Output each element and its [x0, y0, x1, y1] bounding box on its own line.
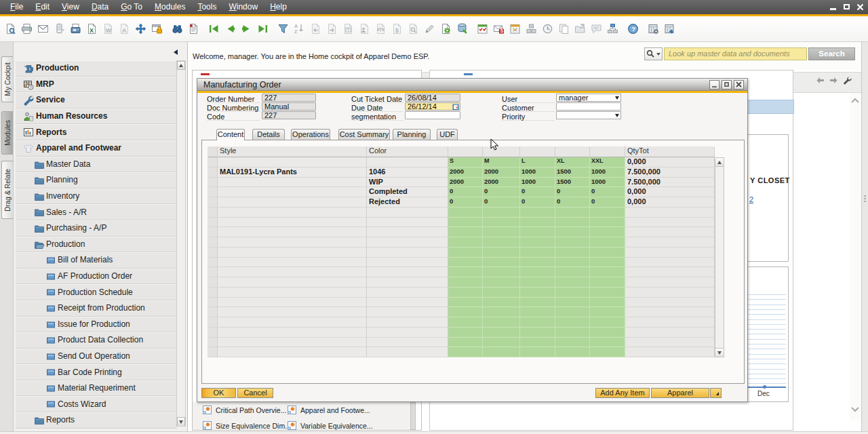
grid-cell-style[interactable] — [218, 317, 367, 328]
sidebar-item-production[interactable]: Production — [16, 237, 177, 253]
grid-cell-size[interactable]: 0 — [483, 187, 520, 197]
grid-cell-size[interactable] — [483, 218, 520, 228]
grid-cell-size[interactable] — [483, 277, 520, 288]
user-field[interactable]: manager — [556, 94, 621, 102]
grid-cell-color[interactable]: Completed — [367, 187, 448, 197]
cut-ticket-date-field[interactable]: 26/08/14 — [405, 94, 460, 102]
grid-cell-size[interactable] — [520, 288, 555, 298]
grid-cell-color[interactable] — [367, 258, 448, 268]
system-tools-icon[interactable] — [456, 23, 468, 35]
sidebar-item-bar-code-printing[interactable]: Bar Code Printing — [16, 364, 177, 380]
sidebar-item-purchasing-a-p[interactable]: Purchasing - A/P — [16, 220, 177, 237]
sidebar-item-receipt-from-production[interactable]: Receipt from Production — [16, 300, 177, 317]
grid-cell-size[interactable] — [590, 227, 625, 237]
grid-cell-style[interactable] — [218, 218, 367, 228]
grid-cell-qtytot[interactable] — [625, 248, 715, 258]
edit-icon[interactable] — [424, 23, 435, 35]
grid-cell-qtytot[interactable] — [625, 288, 715, 298]
grid-cell-size[interactable]: S — [448, 157, 483, 167]
settings-grid-icon[interactable] — [648, 23, 659, 35]
grid-cell-size[interactable]: 0 — [520, 197, 555, 208]
menu-file[interactable]: File — [4, 0, 29, 14]
business-partner-icon[interactable] — [359, 23, 370, 35]
grid-cell-size[interactable]: 0 — [448, 187, 483, 197]
export-pdf-icon[interactable]: A — [119, 23, 130, 35]
grid-row-selector[interactable] — [208, 307, 218, 317]
grid-cell-qtytot[interactable]: 0,000 — [625, 157, 715, 167]
grid-cell-size[interactable] — [555, 328, 590, 338]
grid-cell-size[interactable] — [483, 208, 520, 218]
scroll-up-icon[interactable] — [850, 97, 861, 104]
grid-cell-size[interactable] — [520, 258, 555, 268]
payment-means-icon[interactable]: $ — [391, 23, 403, 35]
left-panel-scrollbar[interactable] — [410, 402, 416, 430]
grid-cell-size[interactable]: 2000 — [483, 167, 520, 178]
order-number-field[interactable]: 227 — [262, 94, 316, 102]
closet-widget-link[interactable]: 2 — [749, 195, 753, 203]
grid-cell-size[interactable] — [483, 248, 520, 258]
grid-cell-color[interactable] — [367, 347, 448, 357]
sidebar-item-product-data-collection[interactable]: Product Data Collection — [16, 332, 177, 349]
grid-cell-qtytot[interactable] — [625, 307, 715, 317]
grid-header-color[interactable]: Color — [367, 146, 448, 157]
grid-header-blank[interactable] — [483, 146, 520, 157]
grid-cell-size[interactable] — [590, 248, 625, 258]
shortcut-apparel-and-footwe[interactable]: Apparel and Footwe... — [287, 405, 370, 415]
grid-header-style[interactable]: Style — [218, 146, 367, 157]
grid-cell-size[interactable] — [590, 277, 625, 288]
grid-cell-size[interactable] — [555, 307, 590, 317]
grid-cell-size[interactable] — [520, 208, 555, 218]
next-record-icon[interactable] — [241, 23, 252, 35]
sidebar-scrollbar[interactable] — [176, 60, 186, 427]
menu-edit[interactable]: Edit — [29, 0, 56, 14]
customer-field[interactable] — [556, 102, 621, 111]
grid-header-blank[interactable] — [208, 146, 218, 157]
grid-cell-color[interactable]: Rejected — [367, 197, 448, 208]
grid-cell-qtytot[interactable]: 7.500,000 — [625, 167, 715, 178]
gross-profit-icon[interactable] — [375, 23, 387, 35]
grid-cell-style[interactable] — [218, 267, 367, 277]
fax-icon[interactable] — [70, 23, 81, 35]
grid-cell-color[interactable] — [367, 218, 448, 228]
grid-cell-color[interactable] — [367, 277, 448, 288]
menu-modules[interactable]: Modules — [149, 0, 191, 14]
grid-cell-color[interactable] — [367, 208, 448, 218]
grid-cell-size[interactable]: 0 — [448, 197, 483, 208]
grid-header-blank[interactable] — [555, 146, 590, 157]
grid-cell-style[interactable] — [218, 208, 367, 218]
grid-cell-size[interactable] — [448, 258, 483, 268]
grid-cell-style[interactable] — [218, 307, 367, 317]
grid-cell-color[interactable] — [367, 288, 448, 298]
grid-cell-qtytot[interactable]: 7.500,000 — [625, 178, 715, 188]
grid-cell-color[interactable] — [367, 307, 448, 317]
cancel-button[interactable]: Cancel — [237, 388, 273, 398]
grid-cell-color[interactable] — [367, 317, 448, 328]
grid-cell-size[interactable] — [590, 258, 625, 268]
sidebar-item-master-data[interactable]: Master Data — [16, 157, 177, 173]
email-icon[interactable] — [37, 23, 49, 35]
grid-row-selector[interactable] — [208, 317, 218, 328]
sidebar-collapse-icon[interactable] — [174, 50, 178, 55]
grid-cell-color[interactable] — [367, 157, 448, 167]
menu-view[interactable]: View — [56, 0, 85, 14]
grid-cell-qtytot[interactable] — [625, 298, 715, 308]
grid-cell-size[interactable] — [590, 298, 625, 308]
grid-cell-size[interactable]: 0 — [483, 197, 520, 208]
grid-cell-size[interactable] — [590, 317, 625, 328]
grid-cell-size[interactable] — [448, 277, 483, 288]
time-icon[interactable] — [542, 23, 553, 35]
grid-cell-size[interactable] — [448, 248, 483, 258]
filter-icon[interactable] — [277, 23, 289, 35]
approval-icon[interactable] — [591, 23, 602, 35]
grid-row-selector[interactable] — [208, 288, 218, 298]
grid-cell-style[interactable] — [218, 248, 367, 258]
grid-scroll-down-button[interactable] — [715, 348, 724, 357]
search-type-button[interactable] — [644, 47, 663, 60]
org-structure-icon[interactable] — [526, 23, 537, 35]
grid-header-blank[interactable] — [520, 146, 555, 157]
sort-icon[interactable]: AZ — [294, 23, 305, 35]
grid-row-selector[interactable] — [208, 298, 218, 308]
grid-cell-style[interactable] — [218, 338, 367, 348]
sidebar-item-inventory[interactable]: Inventory — [16, 189, 177, 205]
sidebar-item-issue-for-production[interactable]: Issue for Production — [16, 317, 177, 333]
